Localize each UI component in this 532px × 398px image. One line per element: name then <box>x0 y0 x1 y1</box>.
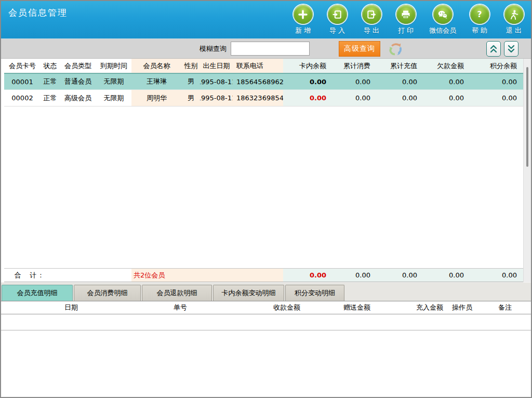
detail-header-operator[interactable]: 操作员 <box>445 301 479 314</box>
import-button[interactable]: 导 入 <box>326 5 348 35</box>
header-phone[interactable]: 联系电话 <box>233 59 283 73</box>
wechat-member-button[interactable]: 微信会员 <box>429 5 456 35</box>
header-debt[interactable]: 欠款金额 <box>423 59 470 73</box>
detail-tabstrip: 会员充值明细 会员消费明细 会员退款明细 卡内余额变动明细 积分变动明细 <box>1 282 531 301</box>
print-icon <box>396 5 416 24</box>
detail-table-header-row: 日期 单号 收款金额 赠送金额 充入金额 操作员 备注 <box>1 301 531 314</box>
exit-button[interactable]: 退 出 <box>503 5 525 35</box>
detail-header-date[interactable]: 日期 <box>1 301 141 314</box>
fuzzy-search-input[interactable] <box>231 42 310 56</box>
cell-recharge: 0.00 <box>377 90 423 106</box>
header-points[interactable]: 积分余额 <box>470 59 523 73</box>
scrollbar-thumb[interactable] <box>526 67 528 167</box>
advanced-search-button[interactable]: 高级查询 <box>339 41 380 57</box>
header-name[interactable]: 会员名称 <box>131 59 182 73</box>
fuzzy-search-label: 模糊查询 <box>200 44 227 54</box>
cell-type: 高级会员 <box>60 90 96 106</box>
cell-status: 正常 <box>41 90 60 106</box>
print-button[interactable]: 打 印 <box>395 5 417 35</box>
cell-expire: 无限期 <box>96 74 131 89</box>
summary-points: 0.00 <box>470 269 523 282</box>
summary-debt: 0.00 <box>423 269 470 282</box>
toolbar: 新 增 导 入 导 出 打 印 <box>292 5 525 35</box>
header-type[interactable]: 会员类型 <box>60 59 96 73</box>
cell-name: 王琳琳 <box>131 74 182 89</box>
header-gender[interactable]: 性别 <box>182 59 200 73</box>
cell-phone: 18632369854 <box>233 90 283 106</box>
summary-consume: 0.00 <box>332 269 377 282</box>
expand-down-button[interactable] <box>504 41 518 57</box>
help-icon: ? <box>470 5 489 24</box>
member-table-header-row: 会员卡号 状态 会员类型 到期时间 会员名称 性别 出生日期 联系电话 卡内余额… <box>4 59 523 73</box>
summary-label: 合 计: <box>4 269 131 282</box>
header-birthday[interactable]: 出生日期 <box>200 59 233 73</box>
detail-header-gift[interactable]: 赠送金额 <box>302 301 373 314</box>
cell-points: 0.00 <box>470 74 523 89</box>
chevron-double-up-icon <box>489 44 498 54</box>
header-balance[interactable]: 卡内余额 <box>283 59 332 73</box>
page-title: 会员信息管理 <box>8 7 68 19</box>
detail-header-note[interactable]: 备注 <box>479 301 531 314</box>
cell-card-no: 00002 <box>4 90 41 106</box>
cell-name: 周明华 <box>131 90 182 106</box>
title-bar: 会员信息管理 新 增 导 入 导 出 <box>1 1 531 39</box>
chevron-double-down-icon <box>507 44 516 54</box>
detail-header-charged[interactable]: 充入金额 <box>373 301 445 314</box>
cell-expire: 无限期 <box>96 90 131 106</box>
add-button[interactable]: 新 增 <box>292 5 314 35</box>
tab-refund-detail[interactable]: 会员退款明细 <box>142 285 212 301</box>
member-table: 会员卡号 状态 会员类型 到期时间 会员名称 性别 出生日期 联系电话 卡内余额… <box>1 59 523 282</box>
cell-status: 正常 <box>41 74 60 89</box>
cell-balance: 0.00 <box>283 74 332 89</box>
wechat-icon <box>433 5 453 24</box>
cell-birthday: 1995-08-11 <box>200 74 233 89</box>
detail-header-order-no[interactable]: 单号 <box>141 301 219 314</box>
tab-consume-detail[interactable]: 会员消费明细 <box>74 285 141 301</box>
search-bar: 模糊查询 高级查询 <box>1 39 531 59</box>
export-icon <box>362 5 381 24</box>
cell-birthday: 1995-08-11 <box>200 90 233 106</box>
cell-type: 普通会员 <box>60 74 96 89</box>
cell-debt: 0.00 <box>423 90 470 106</box>
cell-gender: 男 <box>182 74 200 89</box>
cell-gender: 男 <box>182 90 200 106</box>
header-status[interactable]: 状态 <box>41 59 60 73</box>
summary-recharge: 0.00 <box>377 269 423 282</box>
table-row[interactable]: 00002 正常 高级会员 无限期 周明华 男 1995-08-11 18632… <box>4 90 523 107</box>
cell-card-no: 00001 <box>4 74 41 89</box>
exit-icon <box>504 5 524 24</box>
pager-buttons <box>486 41 518 57</box>
export-button[interactable]: 导 出 <box>361 5 382 35</box>
cell-consume: 0.00 <box>332 74 377 89</box>
svg-text:?: ? <box>477 10 482 19</box>
plus-icon <box>294 5 313 24</box>
header-expire[interactable]: 到期时间 <box>96 59 131 73</box>
vertical-scrollbar[interactable] <box>523 59 531 282</box>
table-row[interactable]: 00001 正常 普通会员 无限期 王琳琳 男 1995-08-11 18564… <box>4 73 523 90</box>
refresh-icon[interactable] <box>388 41 403 57</box>
collapse-up-button[interactable] <box>486 41 501 57</box>
summary-row: 合 计: 共2位会员 0.00 0.00 0.00 0.00 0.00 <box>4 268 523 282</box>
detail-table-empty-space <box>1 330 531 397</box>
cell-points: 0.00 <box>470 90 523 106</box>
help-button[interactable]: ? 帮 助 <box>469 5 490 35</box>
import-icon <box>328 5 347 24</box>
detail-table-empty-row <box>1 314 531 330</box>
cell-balance: 0.00 <box>283 90 332 106</box>
cell-debt: 0.00 <box>423 74 470 89</box>
member-info-window: 会员信息管理 新 增 导 入 导 出 <box>0 0 532 398</box>
cell-consume: 0.00 <box>332 90 377 106</box>
tab-points-change-detail[interactable]: 积分变动明细 <box>285 285 344 301</box>
header-card-no[interactable]: 会员卡号 <box>4 59 41 73</box>
table-empty-space <box>4 107 523 268</box>
summary-balance: 0.00 <box>283 269 332 282</box>
header-consume[interactable]: 累计消费 <box>332 59 377 73</box>
cell-recharge: 0.00 <box>377 74 423 89</box>
member-table-area: 会员卡号 状态 会员类型 到期时间 会员名称 性别 出生日期 联系电话 卡内余额… <box>1 59 531 282</box>
tab-recharge-detail[interactable]: 会员充值明细 <box>2 285 73 301</box>
header-recharge[interactable]: 累计充值 <box>377 59 423 73</box>
detail-header-received[interactable]: 收款金额 <box>219 301 302 314</box>
tab-balance-change-detail[interactable]: 卡内余额变动明细 <box>213 285 284 301</box>
summary-member-count: 共2位会员 <box>131 269 283 282</box>
cell-phone: 18564568962 <box>233 74 283 89</box>
